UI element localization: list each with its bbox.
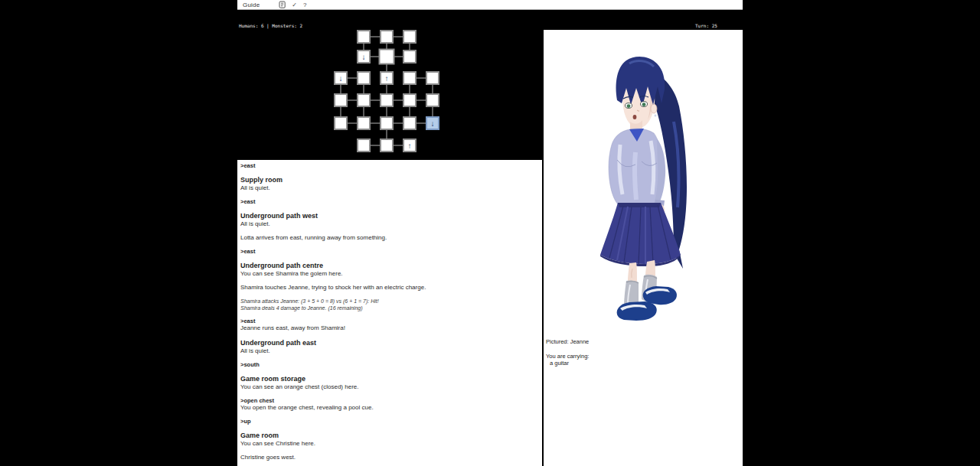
log-heading: Game room storage — [240, 375, 539, 383]
map-room — [381, 117, 393, 129]
log-body: Christine goes west. — [240, 454, 539, 461]
log-body: You can see Shamira the golem here. — [240, 270, 539, 278]
sidebar-text: Pictured: Jeanne You are carrying: a gui… — [544, 334, 743, 367]
log-command: >east — [240, 248, 539, 255]
map-room — [381, 94, 393, 106]
log-body: Lotta arrives from east, running away fr… — [240, 234, 539, 242]
map-room — [335, 94, 347, 106]
log-command: >south — [240, 361, 539, 368]
log-heading: Underground path east — [240, 339, 539, 347]
log-heading: Underground path west — [240, 212, 539, 220]
map-room — [381, 31, 393, 43]
map-room — [358, 94, 370, 106]
help-icon[interactable]: ? — [303, 1, 306, 8]
status-bar: Humans: 6 | Monsters: 2 Race: human Jean… — [237, 10, 743, 30]
log-heading: Game room — [240, 432, 539, 440]
log-command: >open chest — [240, 397, 539, 404]
map-room — [335, 117, 347, 129]
map-room — [426, 94, 439, 106]
status-humans-monsters: Humans: 6 | Monsters: 2 — [239, 23, 400, 29]
stairs-up-icon: ↑ — [385, 74, 389, 83]
log-body: You can see an orange chest (closed) her… — [240, 383, 539, 391]
map-room — [426, 72, 439, 84]
map-room — [358, 117, 370, 129]
map-room — [358, 72, 370, 84]
toolbar-icons: ✓ ? — [279, 1, 306, 8]
log-body: Jeanne runs east, away from Shamira! — [240, 324, 539, 332]
left-column: ↓↓↑↓↑ >eastSupply roomAll is quiet.>east… — [237, 30, 542, 466]
map-room — [403, 31, 416, 43]
stairs-down-icon: ↓ — [431, 119, 435, 128]
stairs-down-icon: ↓ — [362, 53, 366, 61]
game-screen: Guide ✓ ? Humans: 6 | Monsters: 2 Race: … — [0, 0, 980, 466]
game-log: >eastSupply roomAll is quiet.>eastUnderg… — [237, 160, 542, 466]
log-body: All is quiet. — [240, 347, 539, 355]
check-icon[interactable]: ✓ — [292, 1, 297, 8]
jeanne-portrait — [544, 30, 743, 334]
dungeon-map: ↓↓↑↓↑ — [237, 30, 542, 160]
carrying-label: You are carrying: — [546, 353, 743, 360]
log-command: >east — [240, 318, 539, 324]
map-room — [403, 94, 416, 106]
map-room — [403, 72, 416, 84]
map-room — [403, 51, 416, 63]
game-window: Guide ✓ ? Humans: 6 | Monsters: 2 Race: … — [237, 0, 743, 466]
inventory-item: a guitar — [546, 360, 743, 367]
log-command: >up — [240, 418, 539, 425]
jeanne-portrait-graphic — [544, 30, 743, 334]
scroll-icon[interactable] — [279, 1, 286, 8]
stairs-up-icon: ↑ — [408, 142, 412, 150]
log-body: You can see Christine here. — [240, 440, 539, 448]
log-combat: Shamira attacks Jeanne: (3 + 5 + 0 = 8) … — [240, 298, 539, 305]
map-room — [358, 31, 370, 43]
toolbar: Guide ✓ ? — [237, 0, 743, 10]
log-heading: Supply room — [240, 176, 539, 184]
guide-menu[interactable]: Guide — [237, 2, 265, 8]
log-heading: Underground path centre — [240, 262, 539, 270]
right-panel: Pictured: Jeanne You are carrying: a gui… — [544, 30, 743, 466]
map-room — [380, 50, 394, 64]
log-command: >east — [240, 198, 539, 205]
scroll-icon-graphic — [279, 1, 286, 8]
log-body: You open the orange chest, revealing a p… — [240, 404, 539, 412]
log-command: >east — [240, 162, 539, 169]
dungeon-map-svg: ↓↓↑↓↑ — [237, 30, 542, 160]
log-body: All is quiet. — [240, 220, 539, 228]
map-room — [403, 117, 416, 129]
map-room — [358, 139, 370, 152]
log-combat: Shamira deals 4 damage to Jeanne. (16 re… — [240, 305, 539, 311]
stairs-down-icon: ↓ — [339, 74, 343, 83]
map-room — [381, 139, 393, 152]
status-right: Turn: 25 Score: 144 Difficulty 112% — [695, 11, 741, 30]
main-area: ↓↓↑↓↑ >eastSupply roomAll is quiet.>east… — [237, 30, 743, 466]
log-body: Shamira touches Jeanne, trying to shock … — [240, 284, 539, 292]
status-left: Humans: 6 | Monsters: 2 Race: human Jean… — [239, 11, 400, 30]
status-turn: Turn: 25 — [695, 23, 741, 29]
log-body: All is quiet. — [240, 184, 539, 192]
pictured-caption: Pictured: Jeanne — [546, 338, 743, 345]
